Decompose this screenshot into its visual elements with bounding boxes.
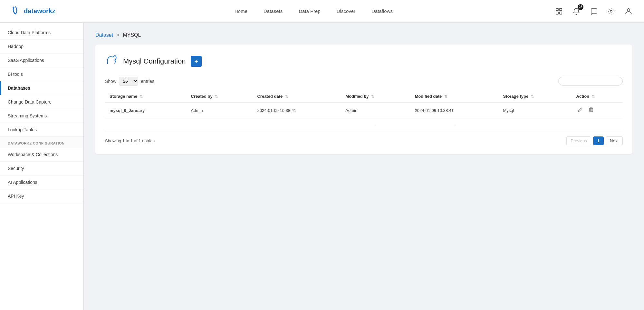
entries-per-page-select[interactable]: 10 25 50 100 bbox=[119, 77, 138, 85]
sidebar: Cloud Data Platforms Hadoop SaaS Applica… bbox=[0, 23, 84, 310]
sidebar-item-ai-applications[interactable]: AI Applications bbox=[0, 175, 83, 189]
logo: dataworkz bbox=[10, 5, 74, 17]
sort-icon-action[interactable]: ⇅ bbox=[592, 95, 595, 98]
table-search-input[interactable] bbox=[558, 77, 623, 85]
sidebar-item-workspace-collections[interactable]: Workspace & Collections bbox=[0, 148, 83, 162]
user-icon-button[interactable] bbox=[623, 5, 634, 17]
sidebar-item-security[interactable]: Security bbox=[0, 162, 83, 175]
showing-text: Showing 1 to 1 of 1 entries bbox=[105, 138, 155, 143]
mysql-icon bbox=[105, 54, 118, 69]
sidebar-item-databases[interactable]: Databases bbox=[0, 81, 83, 95]
delete-button[interactable] bbox=[587, 106, 595, 114]
sidebar-item-lookup-tables[interactable]: Lookup Tables bbox=[0, 123, 83, 137]
add-config-button[interactable] bbox=[191, 56, 202, 67]
settings-icon-button[interactable] bbox=[605, 5, 617, 17]
svg-rect-3 bbox=[556, 12, 558, 14]
sort-icon-storage-type[interactable]: ⇅ bbox=[531, 95, 534, 98]
col-header-storage-type: Storage type ⇅ bbox=[498, 91, 572, 102]
nav-datasets[interactable]: Datasets bbox=[264, 8, 283, 14]
dash-1: - bbox=[341, 118, 410, 131]
breadcrumb-dataset-link[interactable]: Dataset bbox=[95, 32, 113, 38]
filler-row: - - bbox=[105, 118, 623, 131]
pagination-controls: Previous 1 Next bbox=[566, 136, 623, 145]
nav-discover[interactable]: Discover bbox=[337, 8, 355, 14]
cell-modified-by: Admin bbox=[341, 102, 410, 118]
grid-icon-button[interactable] bbox=[553, 5, 565, 17]
col-header-modified-date: Modified date ⇅ bbox=[410, 91, 499, 102]
svg-point-6 bbox=[627, 9, 630, 11]
nav-dataflows[interactable]: Dataflows bbox=[371, 8, 393, 14]
table-row: mysql_9_January Admin 2024-01-09 10:38:4… bbox=[105, 102, 623, 118]
table-controls: Show 10 25 50 100 entries bbox=[105, 77, 623, 85]
action-buttons bbox=[576, 106, 618, 114]
nav-dataprep[interactable]: Data Prep bbox=[299, 8, 321, 14]
breadcrumb: Dataset > MYSQL bbox=[95, 32, 632, 38]
page-layout: Cloud Data Platforms Hadoop SaaS Applica… bbox=[0, 23, 644, 310]
svg-rect-10 bbox=[590, 108, 593, 112]
sidebar-item-hadoop[interactable]: Hadoop bbox=[0, 40, 83, 54]
svg-rect-4 bbox=[560, 12, 562, 14]
logo-text: dataworkz bbox=[24, 7, 55, 15]
previous-page-button[interactable]: Previous bbox=[566, 136, 591, 145]
cell-action bbox=[572, 102, 623, 118]
sort-icon-created-date[interactable]: ⇅ bbox=[285, 95, 288, 98]
chat-icon-button[interactable] bbox=[588, 5, 600, 17]
config-card: Mysql Configuration Show 10 25 50 bbox=[95, 45, 632, 154]
sidebar-item-saas-applications[interactable]: SaaS Applications bbox=[0, 54, 83, 67]
col-header-modified-by: Modified by ⇅ bbox=[341, 91, 410, 102]
pagination-row: Showing 1 to 1 of 1 entries Previous 1 N… bbox=[105, 136, 623, 145]
breadcrumb-current: MYSQL bbox=[123, 32, 141, 38]
sort-icon-modified-date[interactable]: ⇅ bbox=[444, 95, 447, 98]
show-entries-control: Show 10 25 50 100 entries bbox=[105, 77, 154, 85]
sort-icon-storage-name[interactable]: ⇅ bbox=[140, 95, 143, 98]
show-label: Show bbox=[105, 79, 116, 84]
svg-rect-2 bbox=[560, 8, 562, 11]
sidebar-item-bi-tools[interactable]: BI tools bbox=[0, 67, 83, 81]
cell-created-by: Admin bbox=[187, 102, 253, 118]
col-header-action: Action ⇅ bbox=[572, 91, 623, 102]
breadcrumb-separator: > bbox=[117, 32, 120, 38]
sort-icon-created-by[interactable]: ⇅ bbox=[215, 95, 218, 98]
cell-created-date: 2024-01-09 10:38:41 bbox=[253, 102, 341, 118]
svg-point-5 bbox=[610, 10, 612, 12]
notification-button[interactable]: 23 bbox=[571, 5, 582, 17]
card-title: Mysql Configuration bbox=[123, 57, 186, 65]
svg-point-0 bbox=[13, 7, 14, 8]
nav-links: Home Datasets Data Prep Discover Dataflo… bbox=[74, 8, 553, 14]
col-header-created-date: Created date ⇅ bbox=[253, 91, 341, 102]
sidebar-config-section-header: DATAWORKZ CONFIGURATION bbox=[0, 137, 83, 148]
cell-modified-date: 2024-01-09 10:38:41 bbox=[410, 102, 499, 118]
col-header-storage-name: Storage name ⇅ bbox=[105, 91, 187, 102]
logo-icon bbox=[10, 5, 21, 17]
table-body: mysql_9_January Admin 2024-01-09 10:38:4… bbox=[105, 102, 623, 131]
cell-storage-type: Mysql bbox=[498, 102, 572, 118]
nav-actions: 23 bbox=[553, 5, 634, 17]
top-navbar: dataworkz Home Datasets Data Prep Discov… bbox=[0, 0, 644, 23]
sidebar-item-change-data-capture[interactable]: Change Data Capture bbox=[0, 95, 83, 109]
edit-button[interactable] bbox=[576, 106, 584, 114]
config-table: Storage name ⇅ Created by ⇅ Created date… bbox=[105, 91, 623, 131]
cell-storage-name: mysql_9_January bbox=[105, 102, 187, 118]
card-header: Mysql Configuration bbox=[105, 54, 623, 69]
sidebar-item-api-key[interactable]: API Key bbox=[0, 189, 83, 203]
sort-icon-modified-by[interactable]: ⇅ bbox=[371, 95, 374, 98]
table-header: Storage name ⇅ Created by ⇅ Created date… bbox=[105, 91, 623, 102]
svg-rect-1 bbox=[556, 8, 558, 11]
main-content: Dataset > MYSQL Mysql Configuration bbox=[84, 23, 644, 310]
dash-2: - bbox=[410, 118, 499, 131]
sidebar-item-cloud-data-platforms[interactable]: Cloud Data Platforms bbox=[0, 26, 83, 40]
nav-home[interactable]: Home bbox=[235, 8, 247, 14]
entries-label: entries bbox=[141, 79, 154, 84]
page-1-button[interactable]: 1 bbox=[593, 136, 604, 145]
col-header-created-by: Created by ⇅ bbox=[187, 91, 253, 102]
next-page-button[interactable]: Next bbox=[606, 136, 623, 145]
notification-badge: 23 bbox=[578, 4, 583, 10]
sidebar-item-streaming-systems[interactable]: Streaming Systems bbox=[0, 109, 83, 123]
